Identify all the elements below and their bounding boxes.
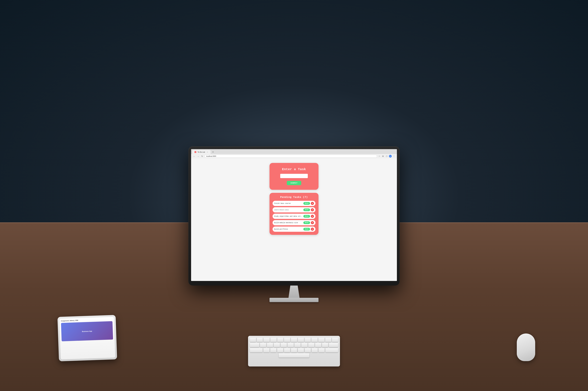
address-bar[interactable]: localhost:3000 bbox=[204, 155, 377, 158]
task-text: build-portfolio bbox=[274, 228, 302, 230]
tablet: Księgowość, faktury, CRM Business App bbox=[58, 315, 117, 361]
key bbox=[277, 348, 283, 352]
monitor-stand-neck bbox=[285, 286, 303, 298]
mouse-body bbox=[517, 334, 535, 361]
key-row-2 bbox=[250, 343, 338, 347]
new-tab-button[interactable]: + bbox=[211, 150, 215, 154]
key bbox=[281, 343, 287, 347]
key bbox=[312, 348, 318, 352]
done-button[interactable]: Done bbox=[303, 215, 310, 218]
tablet-content: Księgowość, faktury, CRM Business App bbox=[59, 317, 115, 359]
star-icon[interactable]: ☆ bbox=[378, 155, 381, 158]
user-avatar[interactable]: L bbox=[389, 155, 392, 158]
key bbox=[305, 338, 311, 342]
toolbar-icons: ☆ ⊞ ⬡ L ⋮ bbox=[378, 155, 395, 158]
key bbox=[270, 338, 276, 342]
monitor-stand-base bbox=[269, 298, 319, 302]
browser-tabs: To Do List × + bbox=[191, 149, 397, 154]
key bbox=[284, 348, 290, 352]
key bbox=[250, 338, 256, 342]
delete-button[interactable]: × bbox=[311, 215, 314, 218]
back-button[interactable]: ← bbox=[193, 155, 196, 158]
key bbox=[318, 338, 325, 342]
browser-toolbar: ← → ↻ localhost:3000 ☆ ⊞ ⬡ L ⋮ bbox=[191, 154, 397, 158]
task-item: Study algorithms and data structuresDone… bbox=[272, 214, 316, 219]
menu-icon[interactable]: ⋮ bbox=[392, 155, 395, 158]
delete-button[interactable]: × bbox=[311, 221, 314, 224]
bookmark-icon[interactable]: ⊞ bbox=[382, 155, 384, 158]
spacebar-key bbox=[279, 353, 309, 358]
extensions-icon[interactable]: ⬡ bbox=[385, 155, 388, 158]
key bbox=[312, 338, 318, 342]
task-input-field[interactable] bbox=[280, 174, 308, 178]
reload-button[interactable]: ↻ bbox=[200, 155, 204, 158]
monitor-wrapper: To Do List × + ← → ↻ localhost:3000 ☆ ⊞ bbox=[188, 146, 400, 302]
tablet-screen: Księgowość, faktury, CRM Business App bbox=[59, 317, 115, 359]
keyboard bbox=[248, 336, 340, 367]
task-list: Finish Sass courseDone×Learn React wellD… bbox=[272, 201, 316, 232]
key bbox=[291, 338, 297, 342]
key bbox=[332, 338, 338, 342]
task-item: build-mobile-mechanic-siteDone× bbox=[272, 220, 316, 225]
task-actions: Done× bbox=[303, 215, 314, 218]
key bbox=[291, 348, 297, 352]
key bbox=[267, 343, 273, 347]
key bbox=[284, 338, 290, 342]
task-item: build-portfolioDone× bbox=[272, 226, 316, 232]
task-actions: Done× bbox=[303, 221, 314, 224]
task-actions: Done× bbox=[303, 202, 314, 205]
pending-tasks-card: Pending Tasks (7) Finish Sass courseDone… bbox=[269, 193, 319, 235]
task-item: Learn React wellDone× bbox=[272, 207, 316, 212]
webpage-content: Enter a Task SUBMIT Pending Tasks (7) Fi… bbox=[191, 158, 397, 281]
mouse bbox=[515, 334, 537, 364]
done-button[interactable]: Done bbox=[303, 208, 310, 211]
key bbox=[294, 343, 301, 347]
task-actions: Done× bbox=[303, 208, 314, 211]
enter-task-title: Enter a Task bbox=[282, 168, 306, 171]
tablet-hero: Business App bbox=[61, 321, 113, 341]
key bbox=[298, 348, 304, 352]
submit-button[interactable]: SUBMIT bbox=[287, 181, 301, 185]
tablet-header: Księgowość, faktury, CRM bbox=[61, 318, 112, 322]
key bbox=[250, 343, 259, 347]
delete-button[interactable]: × bbox=[311, 202, 314, 205]
monitor-frame: To Do List × + ← → ↻ localhost:3000 ☆ ⊞ bbox=[188, 146, 400, 286]
key bbox=[315, 343, 321, 347]
url-text: localhost:3000 bbox=[206, 155, 216, 157]
done-button[interactable]: Done bbox=[303, 228, 310, 230]
task-text: Finish Sass course bbox=[274, 203, 302, 204]
delete-button[interactable]: × bbox=[311, 228, 314, 231]
key bbox=[326, 348, 338, 352]
key bbox=[250, 348, 262, 352]
task-text: Learn React well bbox=[274, 209, 302, 211]
tablet-hero-text: Business App bbox=[82, 330, 92, 332]
pending-tasks-title: Pending Tasks (7) bbox=[280, 196, 308, 199]
key bbox=[308, 343, 314, 347]
delete-button[interactable]: × bbox=[311, 208, 314, 211]
done-button[interactable]: Done bbox=[303, 221, 310, 224]
task-text: build-mobile-mechanic-site bbox=[274, 222, 302, 224]
key bbox=[263, 348, 269, 352]
key bbox=[325, 338, 331, 342]
done-button[interactable]: Done bbox=[303, 202, 310, 205]
keyboard-body bbox=[248, 336, 340, 367]
key-row-4 bbox=[250, 353, 338, 358]
key bbox=[301, 343, 308, 347]
enter-task-card: Enter a Task SUBMIT bbox=[269, 163, 319, 190]
key bbox=[288, 343, 294, 347]
forward-button[interactable]: → bbox=[196, 155, 200, 158]
key bbox=[270, 348, 276, 352]
key bbox=[322, 343, 328, 347]
tab-close-button[interactable]: × bbox=[206, 151, 208, 153]
task-actions: Done× bbox=[303, 228, 314, 231]
key bbox=[274, 343, 280, 347]
key bbox=[319, 348, 325, 352]
key bbox=[329, 343, 338, 347]
key bbox=[298, 338, 304, 342]
active-tab[interactable]: To Do List × bbox=[192, 150, 210, 154]
key bbox=[263, 338, 270, 342]
tablet-logo: Księgowość, faktury, CRM bbox=[61, 320, 78, 322]
tab-title: To Do List bbox=[197, 151, 205, 153]
key bbox=[305, 348, 311, 352]
browser-chrome: To Do List × + ← → ↻ localhost:3000 ☆ ⊞ bbox=[191, 149, 397, 158]
